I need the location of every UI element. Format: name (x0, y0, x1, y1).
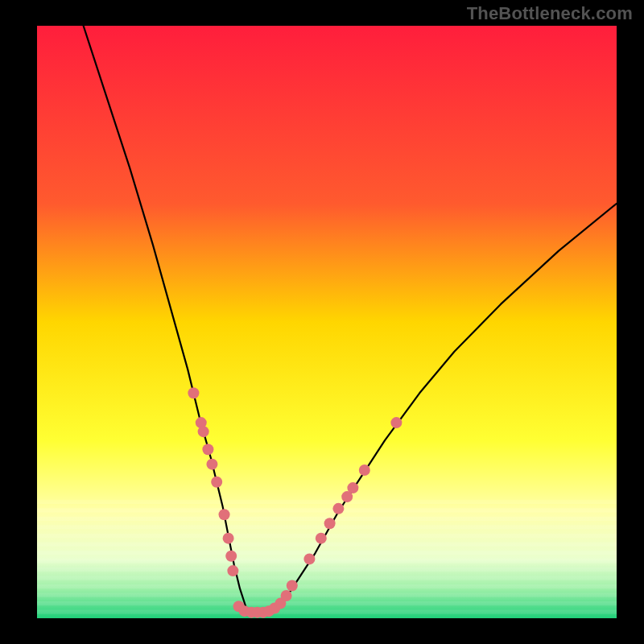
svg-rect-10 (37, 584, 617, 588)
curve-marker (359, 464, 370, 476)
chart-svg (37, 26, 617, 618)
svg-rect-13 (37, 610, 617, 614)
curve-marker (390, 417, 402, 428)
curve-marker (198, 426, 209, 437)
svg-rect-4 (37, 534, 617, 538)
curve-marker (303, 553, 315, 564)
svg-rect-11 (37, 593, 617, 597)
curve-marker (347, 482, 358, 493)
curve-marker (287, 580, 298, 592)
svg-rect-8 (37, 568, 617, 572)
curve-marker (206, 459, 217, 470)
svg-rect-12 (37, 601, 617, 605)
curve-marker (223, 533, 234, 544)
svg-rect-9 (37, 576, 617, 580)
curve-marker (211, 477, 222, 488)
curve-marker (202, 444, 213, 455)
svg-rect-6 (37, 551, 617, 555)
curve-marker (225, 551, 237, 562)
curve-marker (316, 533, 327, 544)
curve-marker (324, 518, 336, 529)
curve-marker (188, 387, 199, 398)
svg-rect-5 (37, 542, 617, 546)
watermark-text: TheBottleneck.com (467, 3, 633, 24)
curve-marker (281, 590, 292, 601)
gradient-background (37, 26, 617, 618)
svg-rect-7 (37, 559, 617, 563)
svg-rect-0 (37, 500, 617, 504)
curve-marker (332, 503, 344, 514)
plot-area (37, 26, 617, 618)
curve-marker (227, 565, 238, 576)
svg-rect-1 (37, 508, 617, 512)
chart-frame: TheBottleneck.com (0, 0, 644, 644)
curve-marker (219, 509, 230, 520)
